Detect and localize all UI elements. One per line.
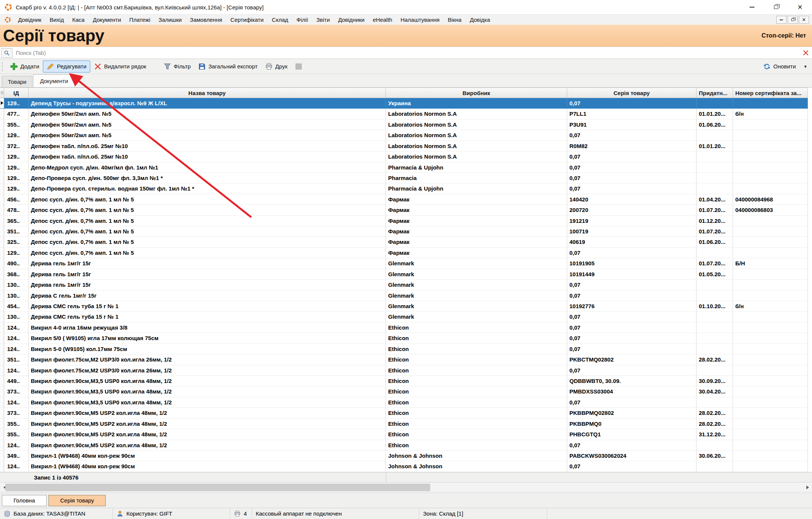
table-cell[interactable]: 01.10.20... [697, 301, 733, 311]
table-cell[interactable]: 130.. [4, 291, 29, 301]
table-cell[interactable]: 01.12.20... [697, 216, 733, 226]
table-row[interactable]: 124..Викрил 5/0 ( W9105) игла 17мм колющ… [0, 333, 808, 343]
table-row[interactable]: 355..Викрил фиолет.90см,М5 USP2 кол.игла… [0, 419, 808, 429]
table-row[interactable]: 355..Викрил фиолет.90см,М5 USP2 кол.игла… [0, 429, 808, 440]
column-header-5[interactable]: Номер сертифіката за... [733, 88, 808, 98]
clear-search-button[interactable] [799, 50, 812, 56]
mdi-restore-button[interactable] [788, 16, 798, 24]
add-button[interactable]: Додати [6, 61, 43, 73]
table-row[interactable]: 129..Депо-Провера сусп. д/ин. 500мг фл. … [0, 173, 808, 183]
table-cell[interactable]: 456.. [4, 194, 29, 204]
table-row[interactable]: 130..Дерива гель 1мг/г 15гGlenmark0,07 [0, 280, 808, 290]
table-row[interactable]: 449..Викрил фиолет.90см,М3,5 USP0 кол.иг… [0, 376, 808, 386]
table-cell[interactable] [733, 280, 808, 290]
table-cell[interactable]: 0,07 [567, 248, 697, 258]
table-cell[interactable]: Викрил-1 (W9468) 40мм кол-реж 90см [29, 451, 386, 461]
table-cell[interactable]: Ethicon [386, 322, 567, 333]
table-cell[interactable]: Ethicon [386, 344, 567, 354]
table-cell[interactable]: Депос сусп. д/ин. 0,7% амп. 1 мл № 5 [29, 226, 386, 236]
table-cell[interactable]: 28.02.20... [697, 408, 733, 418]
table-cell[interactable] [733, 440, 808, 450]
table-cell[interactable]: Ethicon [386, 386, 567, 396]
table-cell[interactable]: 129.. [4, 162, 29, 172]
table-cell[interactable] [733, 461, 808, 471]
menu-item-Платежі[interactable]: Платежі [125, 15, 155, 25]
table-cell[interactable]: Ethicon [386, 333, 567, 343]
table-cell[interactable]: Ethicon [386, 354, 567, 365]
table-cell[interactable]: Викрил фиолет.90см,М5 USP2 кол.игла 48мм… [29, 408, 386, 418]
table-cell[interactable]: 0,07 [567, 280, 697, 290]
table-cell[interactable] [733, 419, 808, 429]
table-cell[interactable]: R0M82 [567, 141, 697, 151]
table-cell[interactable] [697, 312, 733, 322]
table-row[interactable]: 372..Депиофен табл. п/пл.об. 25мг №10Lab… [0, 141, 808, 151]
table-cell[interactable] [697, 365, 733, 375]
table-cell[interactable]: 0,07 [567, 440, 697, 450]
table-cell[interactable]: 10191449 [567, 269, 697, 279]
table-cell[interactable] [733, 183, 808, 194]
table-row[interactable]: 124..Викрил 5-0 (W9105) кол.17мм 75смEth… [0, 344, 808, 354]
table-cell[interactable]: Викрил фиолет.90см,М5 USP2 кол.игла 48мм… [29, 429, 386, 439]
table-cell[interactable]: Дерива СМС гель туба 15 г № 1 [29, 301, 386, 311]
table-cell[interactable]: Депенд Трусы - подгузники д/взросл. №9 Ж… [29, 98, 386, 108]
table-cell[interactable]: 373.. [4, 408, 29, 418]
table-cell[interactable] [697, 291, 733, 301]
table-row[interactable]: 129..Депо-Провера сусп. стерильн. водная… [0, 183, 808, 194]
table-cell[interactable] [733, 291, 808, 301]
table-cell[interactable] [697, 98, 733, 108]
table-cell[interactable]: PKBBPMQ02802 [567, 408, 697, 418]
table-cell[interactable]: 0,07 [567, 333, 697, 343]
table-cell[interactable]: 325.. [4, 237, 29, 247]
table-cell[interactable]: 365.. [4, 216, 29, 226]
table-row[interactable]: 129..Депиофен 50мг/2мл амп. №5Laboratori… [0, 130, 808, 141]
table-cell[interactable]: Викрил фиолет.90см,М3,5 USP0 кол.игла 48… [29, 397, 386, 407]
table-cell[interactable]: Laboratorios Normon S.A [386, 151, 567, 162]
table-row[interactable]: 454..Дерива СМС гель туба 15 г № 1Glenma… [0, 301, 808, 312]
table-cell[interactable] [733, 451, 808, 461]
table-cell[interactable]: Депо-Провера сусп. д/ин. 500мг фл. 3,3мл… [29, 173, 386, 183]
table-cell[interactable]: QDBBWBT0, 30.09. [567, 376, 697, 386]
table-cell[interactable]: Депос сусп. д/ин. 0,7% амп. 1 мл № 5 [29, 237, 386, 247]
table-row[interactable]: 351..Депос сусп. д/ин. 0,7% амп. 1 мл № … [0, 226, 808, 237]
table-cell[interactable]: Дерива гель 1мг/г 15г [29, 280, 386, 290]
table-row[interactable]: 351..Викрил фиолет.75см,М2 USP3/0 кол.иг… [0, 354, 808, 365]
table-cell[interactable] [697, 130, 733, 140]
table-cell[interactable] [697, 322, 733, 333]
table-cell[interactable]: Викрил 4-0 игла 16мм режущая 3/8 [29, 322, 386, 333]
table-cell[interactable]: Johnson & Johnson [386, 461, 567, 471]
table-row[interactable]: 365..Депос сусп. д/ин. 0,7% амп. 1 мл № … [0, 216, 808, 226]
table-cell[interactable]: Викрил фиолет.75см,М2 USP3/0 кол.игла 26… [29, 365, 386, 375]
table-cell[interactable]: 10192776 [567, 301, 697, 311]
table-cell[interactable]: 355.. [4, 120, 29, 130]
table-row[interactable]: 478..Депос сусп. д/ин. 0,7% амп. 1 мл № … [0, 205, 808, 215]
table-cell[interactable]: 100719 [567, 226, 697, 236]
table-cell[interactable]: 373.. [4, 386, 29, 396]
menu-item-Документи[interactable]: Документи [89, 15, 125, 25]
table-cell[interactable]: 0,07 [567, 151, 697, 162]
table-cell[interactable]: Glenmark [386, 301, 567, 311]
table-row[interactable]: 124..Викрил 4-0 игла 16мм режущая 3/8Eth… [0, 322, 808, 333]
menu-item-Склад[interactable]: Склад [268, 15, 292, 25]
table-cell[interactable]: P3U91 [567, 120, 697, 130]
table-cell[interactable]: 30.06.20... [697, 451, 733, 461]
tab-series[interactable]: Серія товару [49, 495, 106, 506]
table-cell[interactable]: 0,07 [567, 397, 697, 407]
table-cell[interactable]: 355.. [4, 419, 29, 429]
table-cell[interactable]: Laboratorios Normon S.A [386, 120, 567, 130]
table-cell[interactable]: Фармак [386, 205, 567, 215]
table-cell[interactable]: Викрил-1 (W9468) 40мм кол-реж 90см [29, 461, 386, 471]
table-cell[interactable]: 129.. [4, 173, 29, 183]
delete-row-button[interactable]: Видалити рядок [90, 61, 150, 73]
table-cell[interactable]: Pharmacia [386, 173, 567, 183]
menu-item-Довідники[interactable]: Довідники [334, 15, 369, 25]
table-cell[interactable]: 124.. [4, 461, 29, 471]
table-cell[interactable]: 0,07 [567, 130, 697, 140]
table-cell[interactable]: Pharmacia & Upjohn [386, 162, 567, 172]
table-cell[interactable] [733, 312, 808, 322]
minimize-button[interactable] [740, 0, 764, 14]
scrollbar-thumb[interactable] [5, 484, 430, 491]
table-cell[interactable]: 351.. [4, 354, 29, 365]
table-cell[interactable]: PKBBPMQ0 [567, 419, 697, 429]
table-cell[interactable]: Laboratorios Normon S.A [386, 141, 567, 151]
table-cell[interactable]: 130.. [4, 280, 29, 290]
